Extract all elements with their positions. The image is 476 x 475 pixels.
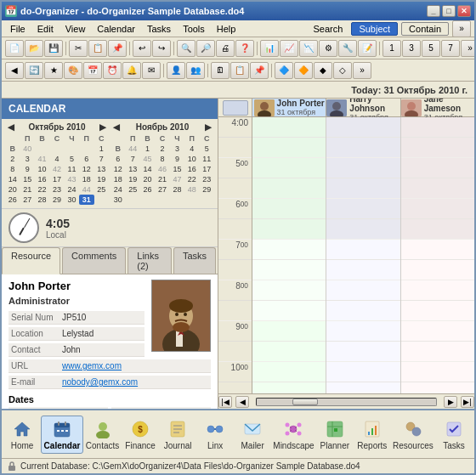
person-col-john[interactable]: John Porter 31 октября bbox=[252, 99, 326, 116]
tb-btn-e[interactable]: 🔧 bbox=[338, 40, 357, 57]
tab-mailer[interactable]: Mailer bbox=[234, 416, 271, 453]
tb-expand-right[interactable]: » bbox=[461, 40, 474, 57]
time-zone-selector[interactable] bbox=[223, 100, 248, 116]
tab-linx[interactable]: Linx bbox=[196, 416, 234, 453]
tab-finance[interactable]: $ Finance bbox=[122, 416, 159, 453]
tb-help-btn[interactable]: ❓ bbox=[235, 40, 254, 57]
cal-prev-btn[interactable]: ◀ bbox=[235, 396, 249, 408]
cal-first-btn[interactable]: |◀ bbox=[218, 396, 232, 408]
menu-search-label[interactable]: Search bbox=[309, 22, 348, 36]
tb-btn-i[interactable]: 5 bbox=[422, 40, 440, 57]
tb-new-btn[interactable]: 📄 bbox=[5, 40, 24, 57]
tb2-btn-a[interactable]: ◀ bbox=[5, 62, 24, 79]
tb2-btn-g[interactable]: ✉ bbox=[142, 62, 161, 79]
tb-btn-b[interactable]: 📈 bbox=[280, 40, 298, 57]
tb2-btn-j[interactable]: 🗓 bbox=[211, 62, 230, 79]
november-prev-btn[interactable]: ◀ bbox=[110, 122, 122, 132]
tb2-btn-p[interactable]: ◇ bbox=[333, 62, 352, 79]
tab-mindscape[interactable]: Mindscape bbox=[271, 416, 316, 453]
tab-journal[interactable]: Journal bbox=[159, 416, 196, 453]
person-col-harry[interactable]: Harry Johnson 31 октября bbox=[326, 99, 400, 116]
tb-btn-g[interactable]: 1 bbox=[382, 40, 401, 57]
cal-last-btn[interactable]: ▶| bbox=[461, 396, 474, 408]
subject-button[interactable]: Subject bbox=[351, 22, 398, 36]
tb2-btn-i[interactable]: 👥 bbox=[186, 62, 205, 79]
tb2-btn-l[interactable]: 📌 bbox=[250, 62, 269, 79]
email-value[interactable]: nobody@gemx.com bbox=[62, 377, 208, 387]
tb2-btn-m[interactable]: 🔷 bbox=[275, 62, 293, 79]
tb-open-btn[interactable]: 📂 bbox=[25, 40, 43, 57]
menu-edit[interactable]: Edit bbox=[32, 22, 59, 36]
svg-rect-24 bbox=[61, 430, 64, 432]
tb2-btn-k[interactable]: 📋 bbox=[230, 62, 249, 79]
harry-cal-col[interactable] bbox=[326, 117, 400, 393]
tb-undo-btn[interactable]: ↩ bbox=[133, 40, 151, 57]
tab-planner[interactable]: Planner bbox=[316, 416, 354, 453]
menu-view[interactable]: View bbox=[60, 22, 91, 36]
tb-print-btn[interactable]: 🖨 bbox=[216, 40, 235, 57]
jane-cal-col[interactable] bbox=[401, 117, 474, 393]
tb2-btn-e[interactable]: ⏰ bbox=[103, 62, 122, 79]
october-next-btn[interactable]: ▶ bbox=[97, 122, 109, 132]
tb-copy-btn[interactable]: 📋 bbox=[88, 40, 107, 57]
svg-point-42 bbox=[298, 431, 302, 435]
tab-home[interactable]: Home bbox=[3, 416, 41, 453]
tb-btn-a[interactable]: 📊 bbox=[260, 40, 279, 57]
tb-btn-h[interactable]: 3 bbox=[402, 40, 421, 57]
contain-button[interactable]: Contain bbox=[401, 22, 449, 36]
tab-tasks[interactable]: Tasks bbox=[173, 247, 216, 274]
tb-search-btn[interactable]: 🔍 bbox=[177, 40, 196, 57]
october-nav: ◀ Октябрь 2010 ▶ bbox=[5, 122, 109, 132]
tb-filter-btn[interactable]: 🔎 bbox=[196, 40, 215, 57]
tb2-btn-f[interactable]: 🔔 bbox=[122, 62, 141, 79]
tb-redo-btn[interactable]: ↪ bbox=[152, 40, 171, 57]
tb2-btn-n[interactable]: 🔶 bbox=[294, 62, 313, 79]
today-31[interactable]: 31 bbox=[79, 195, 94, 205]
url-value[interactable]: www.gemx.com bbox=[62, 361, 208, 370]
toolbar-sep-1 bbox=[65, 42, 66, 55]
menu-calendar[interactable]: Calendar bbox=[92, 22, 140, 36]
tb2-refresh-btn[interactable]: 🔄 bbox=[25, 62, 43, 79]
tb2-btn-h[interactable]: 👤 bbox=[167, 62, 185, 79]
tb2-btn-c[interactable]: 🎨 bbox=[64, 62, 82, 79]
november-next-btn[interactable]: ▶ bbox=[202, 122, 214, 132]
tb2-btn-d[interactable]: 📅 bbox=[83, 62, 102, 79]
menu-tasks[interactable]: Tasks bbox=[142, 22, 176, 36]
menu-help[interactable]: Help bbox=[212, 22, 241, 36]
tb2-expand[interactable]: » bbox=[353, 62, 371, 79]
tab-contacts[interactable]: Contacts bbox=[83, 416, 122, 453]
close-button[interactable]: ✕ bbox=[457, 5, 471, 17]
tab-resources[interactable]: Resources bbox=[391, 416, 435, 453]
minimize-button[interactable]: _ bbox=[427, 5, 440, 17]
tb-save-btn[interactable]: 💾 bbox=[44, 40, 63, 57]
svg-point-41 bbox=[286, 431, 290, 435]
menu-file[interactable]: File bbox=[5, 22, 31, 36]
tab-tasks[interactable]: Tasks bbox=[435, 416, 473, 453]
menu-tools[interactable]: Tools bbox=[178, 22, 210, 36]
john-cal-col[interactable] bbox=[252, 117, 326, 393]
time-400: 4:00 bbox=[218, 117, 252, 138]
menu-expand-btn[interactable]: » bbox=[452, 20, 471, 37]
cal-next-btn[interactable]: ▶ bbox=[444, 396, 457, 408]
tb-btn-c[interactable]: 📉 bbox=[299, 40, 318, 57]
tb-paste-btn[interactable]: 📌 bbox=[108, 40, 127, 57]
tb-btn-d[interactable]: ⚙ bbox=[319, 40, 337, 57]
tab-resource[interactable]: Resource bbox=[2, 247, 60, 274]
tab-comments[interactable]: Comments bbox=[62, 247, 126, 274]
reports-icon bbox=[362, 419, 382, 439]
cal-scroll-thumb[interactable] bbox=[292, 399, 318, 405]
maximize-button[interactable]: □ bbox=[442, 5, 456, 17]
tb2-btn-b[interactable]: ★ bbox=[44, 62, 63, 79]
tb-cut-btn[interactable]: ✂ bbox=[69, 40, 88, 57]
tab-links[interactable]: Links (2) bbox=[128, 247, 172, 274]
svg-rect-25 bbox=[65, 430, 68, 432]
tb-btn-j[interactable]: 7 bbox=[441, 40, 460, 57]
tab-reports[interactable]: Reports bbox=[354, 416, 391, 453]
cal-scroll-track[interactable] bbox=[256, 398, 437, 406]
tab-calendar[interactable]: Calendar bbox=[41, 416, 83, 454]
person-col-jane[interactable]: Jane Jameson 31 октября bbox=[401, 99, 474, 116]
tb2-btn-o[interactable]: ◆ bbox=[314, 62, 332, 79]
tb-btn-f[interactable]: 📝 bbox=[358, 40, 377, 57]
person-photo bbox=[151, 280, 211, 352]
october-prev-btn[interactable]: ◀ bbox=[5, 122, 17, 132]
